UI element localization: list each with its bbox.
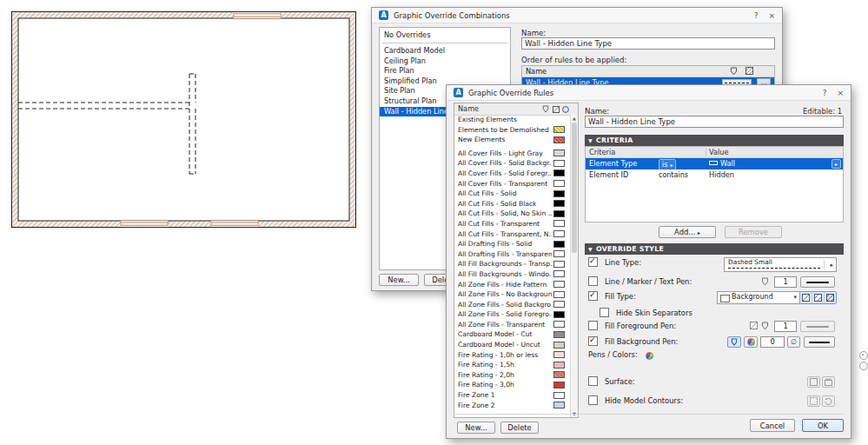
criteria-row[interactable]: Element ID contains▸ Hidden ▸ <box>586 169 843 181</box>
cover-fills-toggle[interactable] <box>812 292 824 303</box>
line-pen-number-field[interactable]: 1 <box>774 276 797 288</box>
rule-list-item[interactable]: All Drafting Fills - Solid <box>454 239 570 249</box>
rule-list-item[interactable]: New Elements <box>454 135 570 145</box>
cancel-button[interactable]: Cancel <box>750 419 795 432</box>
rule-list-item[interactable]: All Cover Fills - Solid Backgr... <box>454 158 570 169</box>
rule-list-item[interactable]: All Cut Fills - Solid, No Skin ... <box>454 209 570 219</box>
close-icon[interactable]: × <box>837 89 844 97</box>
criteria-row[interactable]: Element Type is▸ Wall ▸ <box>586 158 843 169</box>
add-criteria-button[interactable]: Add... ▸ <box>659 226 716 238</box>
rule-list-item[interactable]: Elements to be Demolished <box>454 125 570 136</box>
fill-swatch <box>553 331 565 338</box>
fill-swatch <box>553 126 565 133</box>
drafting-fills-toggle[interactable] <box>800 292 812 303</box>
fill-foreground-pen-checkbox[interactable]: ✓ <box>588 321 598 330</box>
criteria-operator-dropdown[interactable]: contains▸ <box>659 170 688 180</box>
combination-list-item[interactable]: Cardboard Model <box>380 46 510 56</box>
fill-background-pen-preview-button[interactable] <box>804 336 835 348</box>
value-picker-arrow[interactable]: ▸ <box>832 159 841 169</box>
no-pen-button[interactable]: ∅ <box>787 336 800 348</box>
fill-background-pen-row: ✓ Fill Background Pen: 0 ∅ <box>588 336 844 349</box>
rule-list-item[interactable]: Existing Elements <box>454 115 570 125</box>
rule-list-item[interactable]: All Cover Fills - Transparent <box>454 179 570 189</box>
rule-list-item[interactable]: Fire Rating - 3,0h <box>454 380 570 390</box>
line-type-checkbox[interactable]: ✓ <box>588 257 598 267</box>
rule-list-item[interactable]: All Cut Fills - Solid <box>454 189 570 199</box>
line-pen-checkbox[interactable]: ✓ <box>588 276 598 286</box>
rule-list-item[interactable]: Fire Zone 1 <box>454 390 570 401</box>
rule-list-item[interactable]: All Zone Fills - Solid Backgro... <box>454 300 570 310</box>
new-rule-button[interactable]: New... <box>457 422 495 434</box>
rule-list-item[interactable]: All Cut Fills - Transparent <box>454 219 570 229</box>
floor-plan-drawing[interactable] <box>11 11 356 228</box>
fill-type-label: Fill Type: <box>605 292 636 301</box>
rule-list-item[interactable]: All Cut Fills - Solid Black <box>454 199 570 209</box>
fill-swatch <box>553 200 565 207</box>
contour-option-button[interactable] <box>807 395 820 407</box>
rules-list-scrollbar[interactable]: ▲ ▼ <box>570 115 578 417</box>
new-combination-button[interactable]: New... <box>379 274 419 286</box>
fill-foreground-pen-preview-button[interactable] <box>800 321 835 332</box>
rule-list-item[interactable]: All Fill Backgrounds - Transp... <box>454 259 570 269</box>
override-pen-color-thickness-option[interactable]: Override pen color and thickness <box>859 362 868 371</box>
override-pen-color-only-option[interactable]: Override pen color only <box>859 351 868 361</box>
rule-list-item[interactable]: All Zone Fills - Solid Foregro... <box>454 309 570 320</box>
fill-swatch <box>553 180 565 187</box>
fill-type-checkbox[interactable]: ✓ <box>588 291 598 301</box>
rule-list-item[interactable]: All Zone Fills - Transparent <box>454 320 570 330</box>
line-type-dropdown[interactable]: Dashed Small ▸ <box>724 257 837 272</box>
criteria-section-header[interactable]: ▼CRITERIA <box>585 135 844 146</box>
scroll-up-icon[interactable]: ▲ <box>571 115 578 122</box>
fill-foreground-pen-field[interactable]: 1 <box>774 321 797 332</box>
close-icon[interactable]: × <box>768 11 775 20</box>
surface-settings-button[interactable] <box>822 376 835 388</box>
fill-swatch <box>553 291 565 298</box>
rules-titlebar[interactable]: A Graphic Override Rules ? × <box>447 85 851 101</box>
combinations-titlebar[interactable]: A Graphic Override Combinations ? × <box>372 8 782 23</box>
rule-list-item[interactable]: Fire Zone 2 <box>454 401 570 411</box>
rule-list-item[interactable]: Cardboard Model - Uncut <box>454 340 570 350</box>
combination-name-input[interactable]: Wall - Hidden Line Type <box>521 37 775 50</box>
editable-count: Editable: 1 <box>803 107 842 116</box>
hide-model-contours-checkbox[interactable]: ✓ <box>588 395 598 405</box>
delete-rule-button[interactable]: Delete <box>500 422 539 434</box>
line-type-row: ✓ Line Type: Dashed Small ▸ <box>588 257 844 273</box>
cut-fills-toggle[interactable] <box>824 292 836 303</box>
rule-list-item[interactable]: All Fill Backgrounds - Windo... <box>454 269 570 280</box>
contour-reset-button[interactable] <box>822 395 835 407</box>
color-wheel-button[interactable] <box>744 336 758 348</box>
hide-skin-separators-checkbox[interactable]: ✓ <box>600 308 609 317</box>
surface-catalog-button[interactable] <box>807 376 820 388</box>
rule-list-item[interactable]: Fire Rating - 2,0h <box>454 370 570 381</box>
fill-type-dropdown[interactable]: Background ▾ <box>717 291 800 304</box>
remove-criteria-button[interactable]: Remove <box>725 226 782 238</box>
ok-button[interactable]: OK <box>802 419 844 432</box>
rule-list-item[interactable]: All Zone Fills - No Background <box>454 289 570 300</box>
line-pen-preview-button[interactable] <box>800 276 835 288</box>
hide-model-contours-label: Hide Model Contours: <box>605 396 683 405</box>
criteria-operator-dropdown[interactable]: is▸ <box>659 159 676 169</box>
help-icon[interactable]: ? <box>823 89 827 97</box>
rule-list-item[interactable]: Cardboard Model - Cut <box>454 329 570 340</box>
rule-list-item[interactable]: All Cover Fills - Light Gray <box>454 149 570 159</box>
rule-list-item[interactable]: All Zone Fills - Hide Pattern <box>454 280 570 290</box>
scrollbar-thumb[interactable] <box>572 123 577 253</box>
criteria-table-header: Criteria Value <box>586 147 843 158</box>
rule-list-item[interactable]: Fire Rating - 1,5h <box>454 360 570 370</box>
fill-background-pen-checkbox[interactable]: ✓ <box>588 336 598 346</box>
window-opening-top <box>234 12 281 18</box>
surface-checkbox[interactable]: ✓ <box>588 376 598 386</box>
rule-list-item[interactable]: Fire Rating - 1,0h or less <box>454 350 570 361</box>
rule-list-item[interactable]: All Cover Fills - Solid Foregr... <box>454 169 570 179</box>
override-style-section-header[interactable]: ▼OVERRIDE STYLE <box>585 243 844 255</box>
color-wheel-icon <box>646 352 653 360</box>
combination-list-item[interactable]: Ceiling Plan <box>380 56 510 67</box>
help-icon[interactable]: ? <box>754 11 759 20</box>
pen-set-button[interactable] <box>727 336 741 348</box>
rule-name-input[interactable]: Wall - Hidden Line Type <box>585 116 844 128</box>
combination-item-no-overrides[interactable]: No Overrides <box>380 30 510 40</box>
rule-list-item[interactable]: All Cut Fills - Transparent, N... <box>454 229 570 240</box>
rule-list-item[interactable]: All Drafting Fills - Transparent <box>454 249 570 260</box>
fill-background-pen-field[interactable]: 0 <box>760 336 785 348</box>
combination-list-item[interactable]: Fire Plan <box>380 66 510 76</box>
